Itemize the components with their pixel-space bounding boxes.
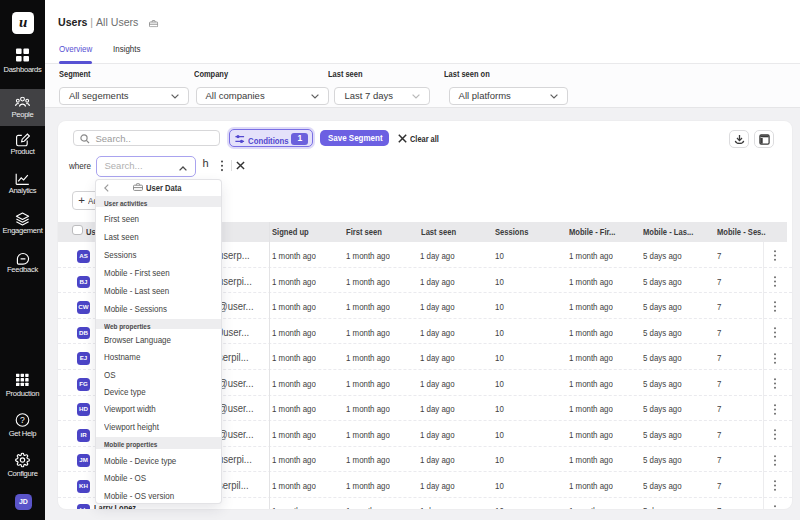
svg-text:?: ? [20, 415, 25, 425]
